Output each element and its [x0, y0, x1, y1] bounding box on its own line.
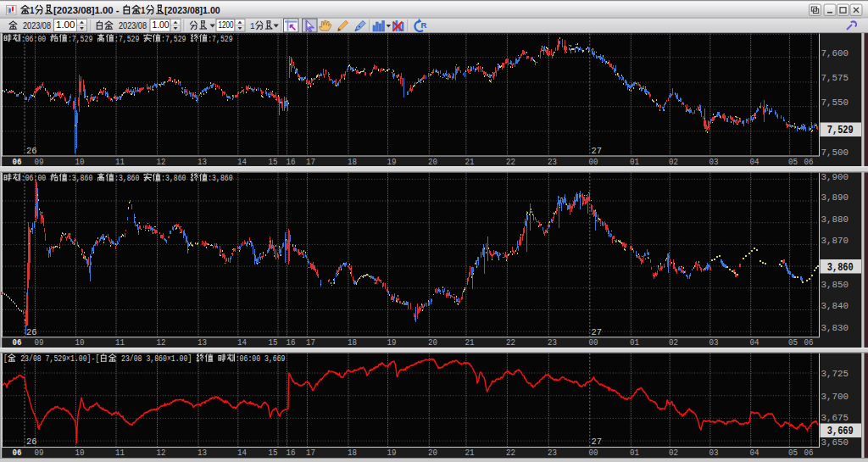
svg-text:22: 22 [506, 157, 515, 167]
svg-text:13: 13 [198, 157, 207, 167]
svg-text:2023/08: 2023/08 [119, 20, 147, 31]
svg-text:03: 03 [709, 337, 719, 348]
svg-text::06:00 3,669: :06:00 3,669 [236, 354, 286, 364]
svg-text::3,860: :3,860 [208, 174, 232, 183]
svg-text:06: 06 [13, 448, 22, 458]
svg-text:00: 00 [589, 157, 598, 167]
svg-text:10: 10 [75, 337, 85, 348]
svg-text:20: 20 [428, 157, 437, 167]
svg-text:3,850: 3,850 [821, 280, 849, 290]
svg-text::7,529: :7,529 [114, 35, 143, 44]
svg-text:16: 16 [287, 337, 296, 348]
svg-text:1: 1 [30, 5, 35, 15]
svg-text:04: 04 [750, 157, 760, 167]
svg-text:3,860: 3,860 [827, 262, 854, 274]
svg-text:3,700: 3,700 [821, 392, 849, 402]
svg-text:10: 10 [75, 448, 85, 458]
svg-text:3,725: 3,725 [821, 369, 849, 379]
svg-text:12: 12 [157, 157, 166, 167]
svg-text:09: 09 [35, 448, 44, 458]
svg-text:[: [ [3, 354, 8, 364]
svg-text::7,529: :7,529 [68, 35, 97, 44]
svg-text:05: 05 [788, 337, 798, 348]
svg-text:11: 11 [115, 157, 125, 167]
svg-text:17: 17 [306, 448, 315, 458]
svg-text:3,675: 3,675 [821, 413, 849, 423]
svg-text:05: 05 [788, 448, 798, 458]
svg-text:00: 00 [589, 448, 598, 458]
svg-text:04: 04 [750, 448, 760, 458]
svg-text:14: 14 [237, 448, 247, 458]
svg-text:3,830: 3,830 [821, 323, 849, 333]
svg-text:21: 21 [465, 448, 475, 458]
svg-text:2023/08: 2023/08 [23, 20, 51, 31]
svg-text:06: 06 [13, 157, 22, 167]
svg-text:19: 19 [387, 157, 397, 167]
svg-text:13: 13 [198, 448, 207, 458]
svg-text:[2023/08]1.00: [2023/08]1.00 [164, 5, 220, 15]
svg-text::06:00: :06:00 [21, 35, 50, 44]
svg-text:11: 11 [115, 448, 125, 458]
svg-text:00: 00 [589, 337, 598, 348]
svg-text:18: 18 [348, 448, 357, 458]
svg-text:15: 15 [269, 448, 278, 458]
svg-text:3,650: 3,650 [821, 437, 849, 448]
svg-text:10: 10 [75, 157, 85, 167]
svg-text:19: 19 [387, 337, 397, 348]
svg-text:[2023/08]1.00 -: [2023/08]1.00 - [53, 5, 122, 15]
svg-text:23/08 3,860×1.00]: 23/08 3,860×1.00] [117, 354, 196, 364]
svg-text:01: 01 [630, 337, 639, 348]
svg-text:12: 12 [157, 448, 166, 458]
svg-text:23: 23 [548, 448, 557, 458]
svg-text:09: 09 [35, 337, 44, 348]
svg-text:3,669: 3,669 [827, 426, 854, 437]
svg-text:3,840: 3,840 [821, 301, 849, 311]
svg-text:06: 06 [13, 337, 22, 348]
svg-text:11: 11 [115, 337, 125, 348]
svg-text:23: 23 [548, 337, 557, 348]
svg-text:1: 1 [141, 5, 146, 15]
svg-text:7,550: 7,550 [821, 97, 849, 108]
svg-text:12: 12 [157, 337, 166, 348]
svg-text:7,529: 7,529 [827, 125, 854, 136]
svg-text:21: 21 [465, 337, 475, 348]
svg-text:22: 22 [506, 337, 515, 348]
svg-text:02: 02 [669, 448, 678, 458]
svg-text:13: 13 [198, 337, 207, 348]
svg-text:7,500: 7,500 [821, 148, 849, 158]
svg-text:1.00: 1.00 [153, 19, 170, 30]
svg-text:27: 27 [592, 327, 603, 337]
svg-text:22: 22 [506, 448, 515, 458]
svg-text:14: 14 [237, 157, 247, 167]
svg-text:20: 20 [428, 337, 437, 348]
svg-text:26: 26 [26, 146, 37, 156]
svg-text:27: 27 [592, 437, 603, 447]
svg-text:26: 26 [26, 327, 37, 337]
svg-text:04: 04 [750, 337, 760, 348]
svg-text:17: 17 [306, 337, 315, 348]
svg-text:1.00: 1.00 [56, 19, 75, 30]
svg-text:7,575: 7,575 [821, 73, 849, 83]
svg-text::7,529: :7,529 [208, 35, 232, 44]
svg-text:01: 01 [630, 157, 639, 167]
svg-text:R: R [421, 20, 427, 30]
svg-text:14: 14 [237, 337, 247, 348]
svg-text:02: 02 [669, 337, 678, 348]
svg-text:15: 15 [269, 157, 278, 167]
svg-text:3,880: 3,880 [821, 214, 849, 225]
svg-text:21: 21 [465, 157, 475, 167]
svg-text:16: 16 [287, 157, 296, 167]
svg-text::3,860: :3,860 [114, 174, 143, 183]
svg-text::7,529: :7,529 [161, 35, 190, 44]
svg-text:06: 06 [804, 157, 814, 167]
svg-text:03: 03 [709, 157, 719, 167]
svg-text:17: 17 [306, 157, 315, 167]
svg-text::06:00: :06:00 [21, 174, 50, 183]
svg-text:3,870: 3,870 [821, 236, 849, 246]
svg-text::3,860: :3,860 [68, 174, 97, 183]
svg-text:26: 26 [26, 437, 37, 447]
svg-text:01: 01 [630, 448, 639, 458]
svg-text:16: 16 [287, 448, 296, 458]
svg-text:03: 03 [709, 448, 719, 458]
svg-text:09: 09 [35, 157, 44, 167]
